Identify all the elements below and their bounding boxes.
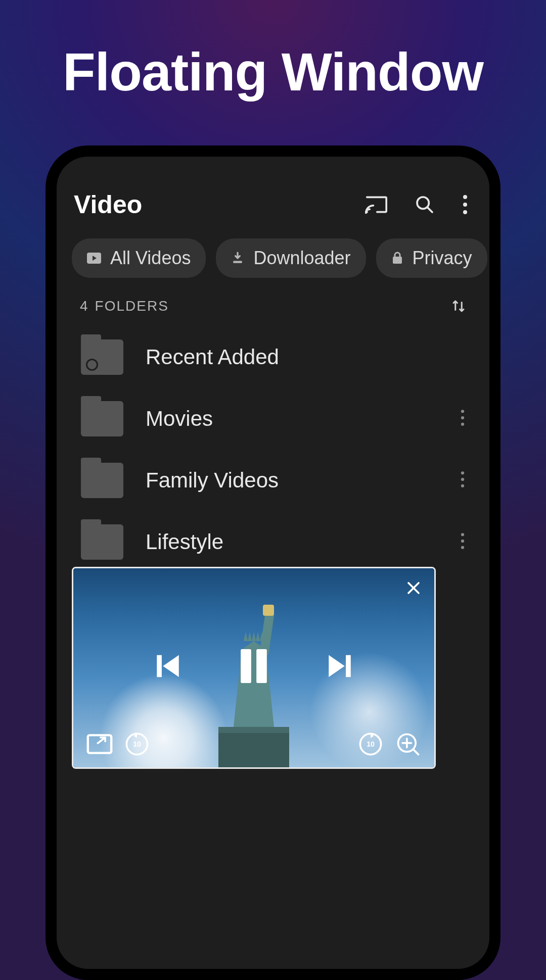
folder-list: Recent Added Movies Family Videos Lifest… xyxy=(57,323,489,573)
forward-10-icon[interactable]: 10 xyxy=(357,731,384,757)
svg-point-5 xyxy=(463,210,467,214)
close-icon[interactable] xyxy=(406,580,421,596)
chip-row: All Videos Downloader Privacy xyxy=(57,234,489,285)
zoom-icon[interactable] xyxy=(395,731,421,757)
svg-point-18 xyxy=(461,540,464,543)
svg-point-17 xyxy=(461,533,464,536)
skip-next-icon[interactable] xyxy=(325,652,354,681)
row-more-icon[interactable] xyxy=(451,466,474,495)
play-icon xyxy=(87,253,101,264)
folder-count-text: FOLDERS xyxy=(95,298,169,314)
row-more-icon[interactable] xyxy=(451,404,474,433)
svg-rect-23 xyxy=(256,649,267,683)
app-bar-actions xyxy=(365,194,472,215)
folder-recent-icon xyxy=(81,339,123,375)
floating-player[interactable]: 10 10 xyxy=(72,567,436,769)
svg-point-12 xyxy=(461,416,464,419)
chip-label: Downloader xyxy=(253,248,350,269)
svg-point-13 xyxy=(461,423,464,426)
svg-point-0 xyxy=(366,211,368,213)
phone-screen: Video xyxy=(57,157,489,969)
download-icon xyxy=(231,252,244,265)
folder-row-movies[interactable]: Movies xyxy=(76,388,479,450)
section-header: 4 FOLDERS xyxy=(57,285,489,323)
svg-rect-26 xyxy=(88,735,111,753)
folder-count: 4 xyxy=(80,298,88,314)
chip-all-videos[interactable]: All Videos xyxy=(72,238,206,278)
svg-text:10: 10 xyxy=(367,740,375,748)
cast-icon[interactable] xyxy=(365,195,387,214)
folder-name: Family Videos xyxy=(146,468,429,493)
folder-icon xyxy=(81,524,123,560)
svg-point-14 xyxy=(461,471,464,474)
chip-privacy[interactable]: Privacy xyxy=(376,238,487,278)
search-icon[interactable] xyxy=(415,194,435,215)
folder-icon xyxy=(81,463,123,498)
svg-rect-22 xyxy=(241,649,251,683)
svg-text:10: 10 xyxy=(133,740,141,748)
svg-point-15 xyxy=(461,478,464,481)
folder-row-family[interactable]: Family Videos xyxy=(76,450,479,511)
fullscreen-icon[interactable] xyxy=(86,733,113,755)
folder-icon xyxy=(81,401,123,436)
folder-row-lifestyle[interactable]: Lifestyle xyxy=(76,511,479,573)
chip-label: All Videos xyxy=(110,248,191,269)
svg-rect-8 xyxy=(234,261,242,263)
svg-point-4 xyxy=(463,203,467,207)
chip-downloader[interactable]: Downloader xyxy=(216,238,366,278)
app-bar: Video xyxy=(57,157,489,234)
row-more-icon[interactable] xyxy=(451,527,474,557)
folder-count-label: 4 FOLDERS xyxy=(80,298,169,314)
svg-point-11 xyxy=(461,410,464,413)
promo-title: Floating Window xyxy=(0,0,546,103)
sort-icon[interactable] xyxy=(451,299,466,314)
chip-label: Privacy xyxy=(413,248,472,269)
folder-name: Movies xyxy=(146,407,429,431)
folder-name: Recent Added xyxy=(146,345,474,369)
svg-line-2 xyxy=(428,208,432,212)
skip-previous-icon[interactable] xyxy=(153,652,183,681)
svg-rect-20 xyxy=(157,655,162,677)
phone-frame: Video xyxy=(46,145,500,980)
svg-rect-25 xyxy=(346,655,351,677)
more-vert-icon[interactable] xyxy=(462,194,468,215)
player-controls: 10 10 xyxy=(73,568,434,767)
pause-icon[interactable] xyxy=(238,649,269,683)
rewind-10-icon[interactable]: 10 xyxy=(124,731,150,757)
folder-row-recent[interactable]: Recent Added xyxy=(76,326,479,388)
page-title: Video xyxy=(74,190,142,219)
lock-icon xyxy=(391,252,403,265)
svg-marker-24 xyxy=(329,655,344,677)
svg-line-34 xyxy=(414,750,419,755)
svg-point-3 xyxy=(463,195,467,199)
svg-point-19 xyxy=(461,546,464,549)
svg-rect-9 xyxy=(393,257,402,264)
svg-marker-21 xyxy=(163,655,178,677)
svg-point-16 xyxy=(461,484,464,487)
folder-name: Lifestyle xyxy=(146,530,429,554)
